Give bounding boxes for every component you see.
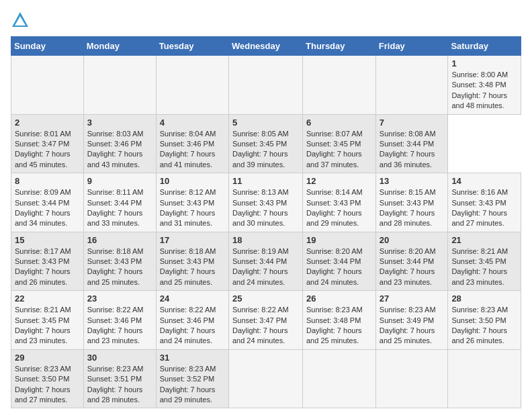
day-cell-12: 12 Sunrise: 8:14 AMSunset: 3:43 PMDaylig… [303, 173, 376, 232]
empty-day-cell [228, 56, 302, 115]
day-cell-16: 16 Sunrise: 8:18 AMSunset: 3:43 PMDaylig… [83, 232, 156, 291]
calendar-week-row: 8 Sunrise: 8:09 AMSunset: 3:44 PMDayligh… [11, 173, 521, 232]
empty-day-cell [303, 349, 376, 408]
day-info: Sunrise: 8:15 AMSunset: 3:43 PMDaylight:… [380, 187, 445, 229]
day-number: 25 [232, 293, 299, 304]
empty-day-cell [156, 56, 228, 115]
day-number: 18 [232, 235, 299, 245]
empty-day-cell [228, 349, 302, 408]
day-cell-19: 19 Sunrise: 8:20 AMSunset: 3:44 PMDaylig… [303, 232, 376, 291]
day-cell-27: 27 Sunrise: 8:23 AMSunset: 3:49 PMDaylig… [375, 291, 448, 350]
day-info: Sunrise: 8:20 AMSunset: 3:44 PMDaylight:… [306, 246, 372, 288]
column-header-tuesday: Tuesday [156, 37, 228, 56]
day-number: 9 [87, 176, 152, 186]
day-info: Sunrise: 8:18 AMSunset: 3:43 PMDaylight:… [87, 246, 152, 288]
column-header-friday: Friday [375, 37, 448, 56]
day-info: Sunrise: 8:07 AMSunset: 3:45 PMDaylight:… [306, 129, 372, 171]
empty-day-cell [303, 56, 376, 115]
day-info: Sunrise: 8:23 AMSunset: 3:52 PMDaylight:… [160, 364, 225, 406]
day-cell-22: 22 Sunrise: 8:21 AMSunset: 3:45 PMDaylig… [11, 291, 84, 350]
day-info: Sunrise: 8:23 AMSunset: 3:51 PMDaylight:… [87, 364, 152, 406]
day-info: Sunrise: 8:03 AMSunset: 3:46 PMDaylight:… [87, 129, 152, 171]
day-cell-4: 4 Sunrise: 8:04 AMSunset: 3:46 PMDayligh… [156, 114, 228, 173]
day-info: Sunrise: 8:00 AMSunset: 3:48 PMDaylight:… [451, 70, 517, 111]
day-number: 27 [380, 293, 445, 304]
day-number: 10 [160, 176, 225, 186]
day-info: Sunrise: 8:01 AMSunset: 3:47 PMDaylight:… [15, 129, 80, 171]
day-info: Sunrise: 8:22 AMSunset: 3:47 PMDaylight:… [232, 305, 299, 347]
day-number: 4 [160, 118, 225, 128]
day-info: Sunrise: 8:23 AMSunset: 3:50 PMDaylight:… [451, 305, 517, 347]
day-cell-1: 1 Sunrise: 8:00 AMSunset: 3:48 PMDayligh… [448, 56, 521, 115]
day-cell-28: 28 Sunrise: 8:23 AMSunset: 3:50 PMDaylig… [448, 291, 521, 350]
day-cell-23: 23 Sunrise: 8:22 AMSunset: 3:46 PMDaylig… [83, 291, 156, 350]
day-number: 23 [87, 293, 152, 304]
day-info: Sunrise: 8:22 AMSunset: 3:46 PMDaylight:… [160, 305, 225, 347]
day-number: 31 [160, 353, 225, 363]
day-cell-17: 17 Sunrise: 8:18 AMSunset: 3:43 PMDaylig… [156, 232, 228, 291]
day-cell-18: 18 Sunrise: 8:19 AMSunset: 3:44 PMDaylig… [228, 232, 302, 291]
column-header-sunday: Sunday [11, 37, 84, 56]
calendar-week-row: 29 Sunrise: 8:23 AMSunset: 3:50 PMDaylig… [11, 349, 521, 408]
day-cell-5: 5 Sunrise: 8:05 AMSunset: 3:45 PMDayligh… [228, 114, 302, 173]
day-info: Sunrise: 8:05 AMSunset: 3:45 PMDaylight:… [232, 129, 299, 171]
day-number: 11 [232, 176, 299, 186]
column-header-thursday: Thursday [303, 37, 376, 56]
day-cell-14: 14 Sunrise: 8:16 AMSunset: 3:43 PMDaylig… [448, 173, 521, 232]
day-cell-3: 3 Sunrise: 8:03 AMSunset: 3:46 PMDayligh… [83, 114, 156, 173]
day-cell-10: 10 Sunrise: 8:12 AMSunset: 3:43 PMDaylig… [156, 173, 228, 232]
day-number: 12 [306, 176, 372, 186]
day-info: Sunrise: 8:09 AMSunset: 3:44 PMDaylight:… [15, 187, 80, 229]
day-number: 17 [160, 235, 225, 245]
day-number: 16 [87, 235, 152, 245]
day-info: Sunrise: 8:23 AMSunset: 3:50 PMDaylight:… [15, 364, 80, 406]
calendar-table: SundayMondayTuesdayWednesdayThursdayFrid… [11, 36, 521, 408]
day-cell-15: 15 Sunrise: 8:17 AMSunset: 3:43 PMDaylig… [11, 232, 84, 291]
day-cell-29: 29 Sunrise: 8:23 AMSunset: 3:50 PMDaylig… [11, 349, 84, 408]
day-cell-9: 9 Sunrise: 8:11 AMSunset: 3:44 PMDayligh… [83, 173, 156, 232]
day-number: 21 [451, 235, 517, 245]
day-number: 13 [380, 176, 445, 186]
day-cell-21: 21 Sunrise: 8:21 AMSunset: 3:45 PMDaylig… [448, 232, 521, 291]
day-cell-11: 11 Sunrise: 8:13 AMSunset: 3:43 PMDaylig… [228, 173, 302, 232]
day-number: 5 [232, 118, 299, 128]
day-info: Sunrise: 8:19 AMSunset: 3:44 PMDaylight:… [232, 246, 299, 288]
day-info: Sunrise: 8:16 AMSunset: 3:43 PMDaylight:… [451, 187, 517, 229]
day-cell-24: 24 Sunrise: 8:22 AMSunset: 3:46 PMDaylig… [156, 291, 228, 350]
day-number: 3 [87, 118, 152, 128]
day-cell-2: 2 Sunrise: 8:01 AMSunset: 3:47 PMDayligh… [11, 114, 84, 173]
day-info: Sunrise: 8:11 AMSunset: 3:44 PMDaylight:… [87, 187, 152, 229]
day-info: Sunrise: 8:04 AMSunset: 3:46 PMDaylight:… [160, 129, 225, 171]
day-number: 6 [306, 118, 372, 128]
day-number: 30 [87, 353, 152, 363]
day-info: Sunrise: 8:14 AMSunset: 3:43 PMDaylight:… [306, 187, 372, 229]
day-cell-7: 7 Sunrise: 8:08 AMSunset: 3:44 PMDayligh… [375, 114, 448, 173]
day-number: 28 [451, 293, 517, 304]
day-number: 20 [380, 235, 445, 245]
day-cell-31: 31 Sunrise: 8:23 AMSunset: 3:52 PMDaylig… [156, 349, 228, 408]
logo-icon [11, 11, 30, 30]
empty-day-cell [83, 56, 156, 115]
empty-day-cell [375, 349, 448, 408]
logo [11, 11, 32, 30]
day-info: Sunrise: 8:23 AMSunset: 3:48 PMDaylight:… [306, 305, 372, 347]
day-number: 22 [15, 293, 80, 304]
calendar-week-row: 2 Sunrise: 8:01 AMSunset: 3:47 PMDayligh… [11, 114, 521, 173]
day-cell-26: 26 Sunrise: 8:23 AMSunset: 3:48 PMDaylig… [303, 291, 376, 350]
day-info: Sunrise: 8:23 AMSunset: 3:49 PMDaylight:… [380, 305, 445, 347]
day-cell-8: 8 Sunrise: 8:09 AMSunset: 3:44 PMDayligh… [11, 173, 84, 232]
day-number: 7 [380, 118, 445, 128]
empty-day-cell [448, 349, 521, 408]
day-info: Sunrise: 8:21 AMSunset: 3:45 PMDaylight:… [451, 246, 517, 288]
day-info: Sunrise: 8:18 AMSunset: 3:43 PMDaylight:… [160, 246, 225, 288]
day-number: 26 [306, 293, 372, 304]
day-number: 14 [451, 176, 517, 186]
column-header-wednesday: Wednesday [228, 37, 302, 56]
day-info: Sunrise: 8:22 AMSunset: 3:46 PMDaylight:… [87, 305, 152, 347]
day-number: 8 [15, 176, 80, 186]
page-header [11, 11, 521, 30]
day-info: Sunrise: 8:12 AMSunset: 3:43 PMDaylight:… [160, 187, 225, 229]
day-info: Sunrise: 8:13 AMSunset: 3:43 PMDaylight:… [232, 187, 299, 229]
day-cell-13: 13 Sunrise: 8:15 AMSunset: 3:43 PMDaylig… [375, 173, 448, 232]
day-cell-25: 25 Sunrise: 8:22 AMSunset: 3:47 PMDaylig… [228, 291, 302, 350]
